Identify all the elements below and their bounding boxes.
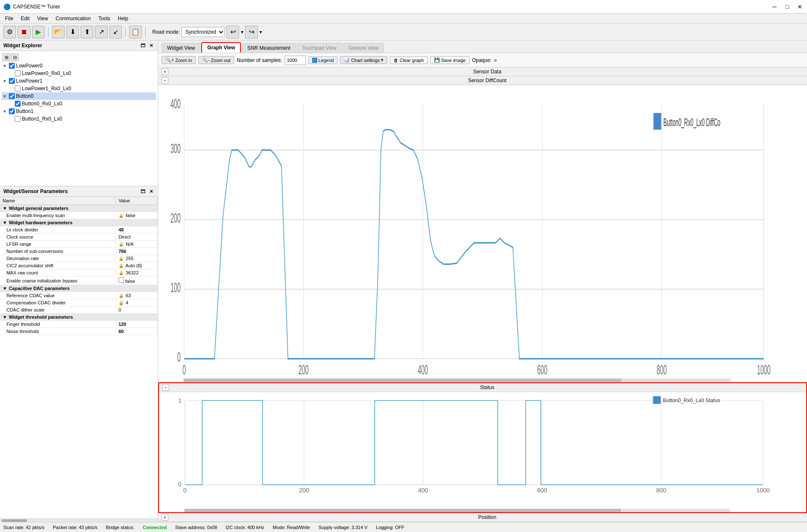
param-name-cdac-dither: CDAC dither scale: [0, 306, 116, 314]
tree-item-button1[interactable]: ▼ Button1: [2, 107, 156, 115]
upload-button[interactable]: ⬆: [81, 26, 93, 38]
section-cdac-label: ▼Capacitive DAC parameters: [0, 285, 158, 292]
legend-button[interactable]: Legend: [308, 56, 338, 64]
tree-item-lowpower1-rx0[interactable]: LowPower1_Rx0_Lx0: [2, 85, 156, 92]
svg-text:0: 0: [177, 349, 181, 364]
collapse-all-btn[interactable]: ⊟: [11, 54, 19, 61]
tree-item-lowpower0[interactable]: ▼ LowPower0: [2, 62, 156, 70]
save-image-button[interactable]: 💾 Save image: [430, 56, 470, 64]
tree-toolbar: ⊞ ⊟: [2, 53, 156, 62]
zoom-in-button[interactable]: 🔍+ Zoom in: [162, 56, 196, 64]
zoom-out-label: Zoom out: [211, 58, 230, 63]
svg-text:Button0_Rx0_Lx0 DiffCo: Button0_Rx0_Lx0 DiffCo: [664, 116, 721, 129]
params-close-btn[interactable]: ✕: [148, 188, 154, 195]
diffcount-chart-svg: 0 100 200 300 400 0 200 400 600 800 1000: [158, 85, 807, 382]
graph-area: + Sensor Data − Sensor DiffCount: [158, 67, 807, 522]
param-value-noise: 60: [116, 328, 157, 335]
check-lowpower1[interactable]: [9, 78, 15, 84]
params-scrollbar[interactable]: [0, 519, 158, 522]
maximize-button[interactable]: □: [783, 3, 791, 11]
check-button1[interactable]: [9, 108, 15, 114]
params-pin-btn[interactable]: 🗖: [139, 188, 146, 195]
zoom-in-icon: 🔍+: [165, 57, 174, 63]
status-title: Status: [172, 384, 803, 390]
app-title: CAPSENSE™ Tuner: [13, 4, 60, 10]
export-button[interactable]: ↗: [95, 26, 108, 38]
svg-text:600: 600: [537, 487, 547, 494]
undo-dropdown[interactable]: ▾: [241, 29, 243, 35]
tab-snr-measurement[interactable]: SNR Measurement: [242, 43, 296, 53]
position-collapse-btn[interactable]: +: [162, 514, 168, 521]
section-general-label: ▼Widget general parameters: [0, 205, 158, 212]
read-mode-select[interactable]: Synchronized: [181, 27, 225, 37]
param-name-clock-source: Clock source: [0, 234, 116, 241]
redo-dropdown[interactable]: ▾: [259, 29, 262, 35]
load-button[interactable]: 📂: [52, 26, 65, 38]
menu-file[interactable]: File: [2, 15, 16, 22]
check-button1-rx0[interactable]: [15, 116, 21, 122]
diffcount-scrollbar[interactable]: [184, 379, 731, 382]
bridge-status-value: Connected: [143, 525, 167, 530]
tab-bar: Widget View Graph View SNR Measurement T…: [158, 40, 807, 53]
param-name-multifreq: Enable multi-frequency scan: [0, 212, 116, 219]
param-value-comp-cdac: 🔒 4: [116, 299, 157, 306]
play-button[interactable]: ▶: [32, 26, 45, 38]
status-scrollbar[interactable]: [184, 509, 730, 512]
svg-text:0: 0: [183, 363, 186, 377]
check-lowpower0-rx0[interactable]: [15, 70, 21, 76]
check-lowpower0[interactable]: [9, 63, 15, 69]
svg-text:400: 400: [418, 487, 428, 494]
read-mode-label: Read mode:: [152, 29, 180, 35]
status-section: − Status: [158, 382, 807, 513]
menu-communication[interactable]: Communication: [52, 15, 94, 22]
tab-touchpad-view[interactable]: Touchpad View: [297, 43, 342, 53]
check-button0[interactable]: [9, 93, 15, 99]
check-lowpower1-rx0[interactable]: [15, 86, 21, 91]
param-row-decimation: Decimation rate 🔒 255: [0, 255, 158, 262]
menu-tools[interactable]: Tools: [95, 15, 113, 22]
close-button[interactable]: ✕: [796, 3, 804, 11]
menu-view[interactable]: View: [34, 15, 51, 22]
menu-help[interactable]: Help: [114, 15, 132, 22]
tree-item-lowpower1[interactable]: ▼ LowPower1: [2, 77, 156, 85]
svg-text:800: 800: [656, 487, 666, 494]
stop-button[interactable]: ⏹: [18, 26, 30, 38]
label-lowpower1-rx0: LowPower1_Rx0_Lx0: [22, 86, 71, 91]
status-collapse-btn[interactable]: −: [162, 384, 169, 391]
tree-item-lowpower0-rx0[interactable]: LowPower0_Rx0_Lx0: [2, 70, 156, 77]
redo-button[interactable]: ↪: [245, 26, 258, 38]
widget-explorer-close[interactable]: ✕: [148, 42, 154, 49]
widget-explorer-pin[interactable]: 🗖: [139, 42, 146, 49]
chart-settings-button[interactable]: 📊 Chart settings ▾: [340, 56, 387, 64]
clear-graph-icon: 🗑: [394, 58, 398, 63]
param-value-ref-cdac: 🔒 63: [116, 292, 157, 299]
tab-widget-view[interactable]: Widget View: [162, 43, 200, 53]
report-button[interactable]: 📋: [129, 26, 142, 38]
clear-graph-button[interactable]: 🗑 Clear graph: [390, 56, 427, 64]
expand-all-btn[interactable]: ⊞: [3, 54, 10, 61]
param-row-multifreq: Enable multi-frequency scan 🔒 false: [0, 212, 158, 219]
import-button[interactable]: ↙: [109, 26, 122, 38]
tree-item-button1-rx0[interactable]: Button1_Rx0_Lx0: [2, 115, 156, 123]
coarse-bypass-checkbox[interactable]: [119, 277, 124, 283]
params-panel: Widget/Sensor Parameters 🗖 ✕ Name Value: [0, 186, 158, 522]
sensor-data-collapse-btn[interactable]: +: [162, 68, 168, 75]
chart-settings-icon: 📊: [344, 57, 350, 63]
tab-graph-view[interactable]: Graph View: [201, 42, 241, 53]
zoom-out-button[interactable]: 🔍- Zoom out: [198, 56, 234, 64]
svg-text:200: 200: [299, 487, 309, 494]
more-options[interactable]: »: [494, 57, 497, 63]
undo-button[interactable]: ↩: [227, 26, 239, 38]
tree-item-button0[interactable]: ▼ Button0: [2, 92, 156, 100]
check-button0-rx0[interactable]: [15, 101, 21, 107]
samples-input[interactable]: [285, 56, 306, 65]
label-lowpower1: LowPower1: [16, 78, 43, 84]
tab-gesture-view[interactable]: Gesture View: [343, 43, 384, 53]
tree-item-button0-rx0[interactable]: Button0_Rx0_Lx0: [2, 100, 156, 107]
download-button[interactable]: ⬇: [66, 26, 79, 38]
settings-button[interactable]: ⚙: [3, 26, 16, 38]
minimize-button[interactable]: ─: [771, 3, 778, 11]
menu-edit[interactable]: Edit: [17, 15, 33, 22]
sensor-diffcount-collapse-btn[interactable]: −: [162, 77, 168, 84]
param-row-lx-clock: Lx clock divider 48: [0, 226, 158, 234]
